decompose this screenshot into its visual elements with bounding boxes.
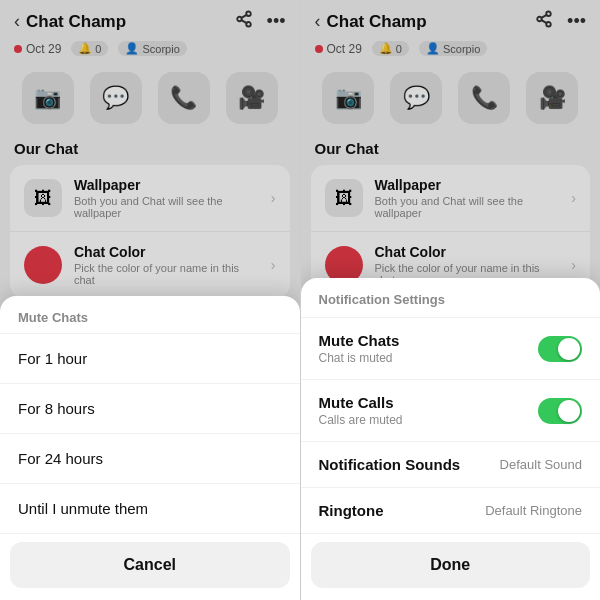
- done-button[interactable]: Done: [311, 542, 591, 588]
- mute-sheet: Mute Chats For 1 hour For 8 hours For 24…: [0, 296, 300, 600]
- notification-settings-sheet: Notification Settings Mute Chats Chat is…: [301, 278, 601, 600]
- mute-option-until[interactable]: Until I unmute them: [0, 484, 300, 534]
- mute-chats-title: Mute Chats: [319, 332, 400, 349]
- mute-option-8hours[interactable]: For 8 hours: [0, 384, 300, 434]
- cancel-mute-button[interactable]: Cancel: [10, 542, 290, 588]
- mute-option-1hour[interactable]: For 1 hour: [0, 334, 300, 384]
- mute-option-24hours[interactable]: For 24 hours: [0, 434, 300, 484]
- mute-sheet-header: Mute Chats: [0, 296, 300, 334]
- notification-sounds-row[interactable]: Notification Sounds Default Sound: [301, 442, 601, 488]
- mute-chats-toggle[interactable]: [538, 336, 582, 362]
- mute-calls-sub: Calls are muted: [319, 413, 403, 427]
- mute-chats-sub: Chat is muted: [319, 351, 400, 365]
- mute-calls-row[interactable]: Mute Calls Calls are muted: [301, 380, 601, 442]
- notification-sounds-value: Default Sound: [500, 457, 582, 472]
- mute-chats-row[interactable]: Mute Chats Chat is muted: [301, 318, 601, 380]
- ringtone-value: Default Ringtone: [485, 503, 582, 518]
- ringtone-row[interactable]: Ringtone Default Ringtone: [301, 488, 601, 534]
- mute-calls-title: Mute Calls: [319, 394, 403, 411]
- notification-sounds-title: Notification Sounds: [319, 456, 461, 473]
- left-panel: ‹ Chat Champ ••• Oct 29 🔔 0 👤 Scorpio: [0, 0, 300, 600]
- ringtone-title: Ringtone: [319, 502, 384, 519]
- right-panel: ‹ Chat Champ ••• Oct 29 🔔 0 👤 Scorpio: [301, 0, 601, 600]
- notif-sheet-header: Notification Settings: [301, 278, 601, 318]
- mute-calls-toggle[interactable]: [538, 398, 582, 424]
